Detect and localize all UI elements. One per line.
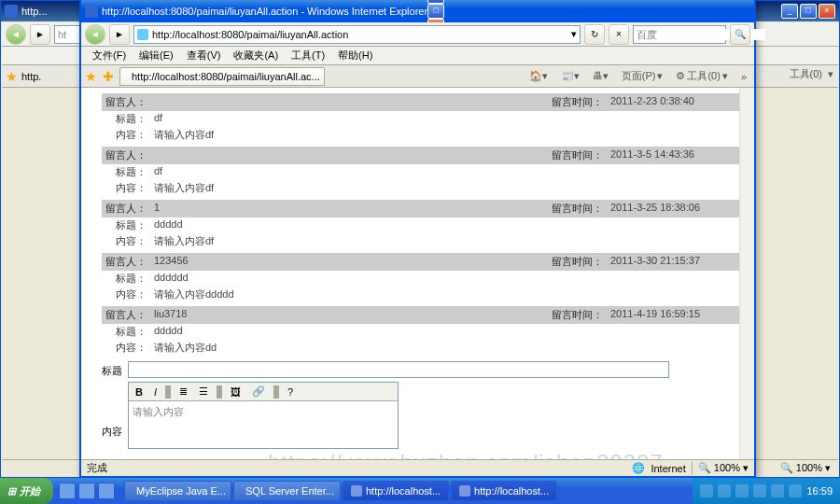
content-value: 请输入内容df	[150, 128, 743, 142]
ie-icon	[85, 5, 98, 18]
search-button[interactable]: 🔍	[730, 24, 750, 45]
time-value: 2011-4-19 16:59:15	[603, 308, 743, 322]
menu-edit[interactable]: 编辑(E)	[133, 47, 179, 64]
person-value	[150, 95, 549, 109]
person-value: 1	[150, 202, 549, 216]
title-label: 标题：	[102, 165, 150, 179]
quick-launch-icon[interactable]	[98, 483, 115, 499]
window-title: http://localhost:8080/paimai/liuyanAll.a…	[102, 6, 427, 17]
search-bar[interactable]	[633, 25, 726, 44]
menu-file[interactable]: 文件(F)	[87, 47, 132, 64]
print-button[interactable]: 🖶▾	[589, 68, 612, 84]
taskbar-task-button[interactable]: http://localhost...	[451, 481, 557, 501]
message-form: 标题 内容 B I ≣ ☰ 🖼 🔗	[102, 361, 743, 449]
bg-tools-dropdown[interactable]: 工具(0)	[790, 67, 822, 81]
add-favorite-icon[interactable]: ✚	[103, 69, 114, 84]
menu-bar: 文件(F) 编辑(E) 查看(V) 收藏夹(A) 工具(T) 帮助(H)	[81, 47, 754, 65]
content-value: 请输入内容dd	[150, 341, 743, 355]
quick-launch	[53, 483, 120, 499]
image-button[interactable]: 🖼	[228, 385, 244, 399]
menu-tools[interactable]: 工具(T)	[286, 47, 330, 64]
page-dropdown[interactable]: 页面(P)▾	[618, 67, 667, 85]
tray-icon[interactable]	[771, 484, 784, 497]
taskbar-task-button[interactable]: SQL Server Enter...	[233, 481, 341, 501]
bg-tab-fragment: http.	[21, 71, 41, 82]
tray-icon[interactable]	[789, 484, 802, 497]
titlebar[interactable]: http://localhost:8080/paimai/liuyanAll.a…	[81, 0, 754, 22]
tab-label: http://localhost:8080/paimai/liuyanAll.a…	[132, 71, 320, 82]
tray-icon[interactable]	[718, 484, 731, 497]
bg-close-button[interactable]: ×	[819, 4, 835, 19]
start-button[interactable]: ⊞ 开始	[0, 478, 53, 504]
menu-view[interactable]: 查看(V)	[181, 47, 227, 64]
help-button[interactable]: ?	[285, 385, 296, 399]
back-button[interactable]: ◄	[85, 24, 105, 45]
ie-icon	[5, 5, 18, 18]
clock[interactable]: 16:59	[806, 485, 833, 497]
bg-chevron-icon[interactable]: ▾	[828, 68, 833, 80]
editor-body[interactable]: 请输入内容	[129, 401, 398, 448]
zoom-control[interactable]: 🔍 100% ▾	[698, 462, 749, 474]
address-dropdown-icon[interactable]: ▾	[571, 28, 577, 40]
separator	[273, 385, 279, 399]
task-icon	[351, 485, 362, 497]
title-value: df	[150, 112, 743, 126]
menu-favorites[interactable]: 收藏夹(A)	[228, 47, 284, 64]
task-icon	[459, 485, 470, 497]
content-value: 请输入内容df	[150, 181, 743, 195]
title-value: ddddd	[150, 218, 743, 232]
system-tray: 16:59	[693, 478, 840, 504]
tray-icon[interactable]	[735, 484, 749, 497]
status-text: 完成	[87, 461, 107, 475]
task-buttons: MyEclipse Java E...SQL Server Enter...ht…	[120, 481, 693, 501]
command-bar: 🏠▾ 📰▾ 🖶▾ 页面(P)▾ ⚙工具(0)▾ »	[525, 67, 750, 85]
task-label: SQL Server Enter...	[245, 485, 334, 497]
unordered-list-button[interactable]: ☰	[196, 385, 211, 399]
forward-button[interactable]: ►	[109, 24, 130, 45]
form-title-input[interactable]	[128, 361, 669, 378]
chevron-icon[interactable]: »	[737, 69, 750, 84]
address-input[interactable]	[152, 29, 571, 40]
bg-maximize-button[interactable]: □	[800, 4, 817, 19]
time-label: 留言时间：	[549, 148, 603, 162]
ordered-list-button[interactable]: ≣	[176, 385, 190, 399]
title-label: 标题：	[102, 218, 150, 232]
person-label: 留言人：	[102, 148, 150, 162]
favorites-star-icon[interactable]: ★	[85, 69, 97, 84]
form-title-label: 标题	[102, 361, 128, 378]
bg-zoom-label[interactable]: 🔍 100% ▾	[780, 462, 831, 474]
italic-button[interactable]: I	[151, 385, 160, 399]
bg-back-button[interactable]: ◄	[6, 24, 26, 45]
tray-icon[interactable]	[753, 484, 766, 497]
vertical-scrollbar[interactable]	[739, 88, 754, 459]
stop-button[interactable]: ×	[609, 24, 629, 45]
tools-dropdown[interactable]: ⚙工具(0)▾	[672, 67, 731, 85]
bg-page-tools: 工具(0) ▾	[790, 67, 833, 81]
bg-forward-button[interactable]: ►	[30, 24, 50, 45]
taskbar-task-button[interactable]: http://localhost...	[343, 481, 449, 501]
menu-help[interactable]: 帮助(H)	[332, 47, 378, 64]
quick-launch-icon[interactable]	[59, 483, 76, 499]
title-label: 标题：	[102, 325, 150, 339]
tray-icon[interactable]	[700, 484, 713, 497]
task-label: http://localhost...	[474, 485, 549, 497]
feeds-button[interactable]: 📰▾	[557, 68, 583, 84]
tab-current[interactable]: http://localhost:8080/paimai/liuyanAll.a…	[119, 67, 325, 86]
bg-minimize-button[interactable]: _	[781, 4, 798, 19]
bold-button[interactable]: B	[133, 385, 146, 399]
status-bar: 完成 🌐 Internet 🔍 100% ▾	[81, 459, 754, 476]
home-button[interactable]: 🏠▾	[525, 68, 552, 84]
maximize-button[interactable]: □	[427, 4, 444, 19]
link-button[interactable]: 🔗	[249, 385, 268, 399]
time-label: 留言时间：	[549, 255, 603, 269]
bg-favorites-star-icon[interactable]: ★	[6, 69, 18, 84]
internet-zone-icon: 🌐	[632, 462, 645, 474]
title-label: 标题：	[102, 112, 150, 126]
page-content: 留言人：留言时间：2011-2-23 0:38:40标题：df内容：请输入内容d…	[81, 88, 754, 459]
refresh-button[interactable]: ↻	[584, 24, 605, 45]
quick-launch-icon[interactable]	[78, 483, 95, 499]
message-item: 留言人：留言时间：2011-2-23 0:38:40标题：df内容：请输入内容d…	[102, 93, 743, 143]
message-item: 留言人：liu3718留言时间：2011-4-19 16:59:15标题：ddd…	[102, 306, 743, 356]
taskbar-task-button[interactable]: MyEclipse Java E...	[124, 481, 231, 501]
address-bar[interactable]: ▾	[133, 25, 581, 44]
